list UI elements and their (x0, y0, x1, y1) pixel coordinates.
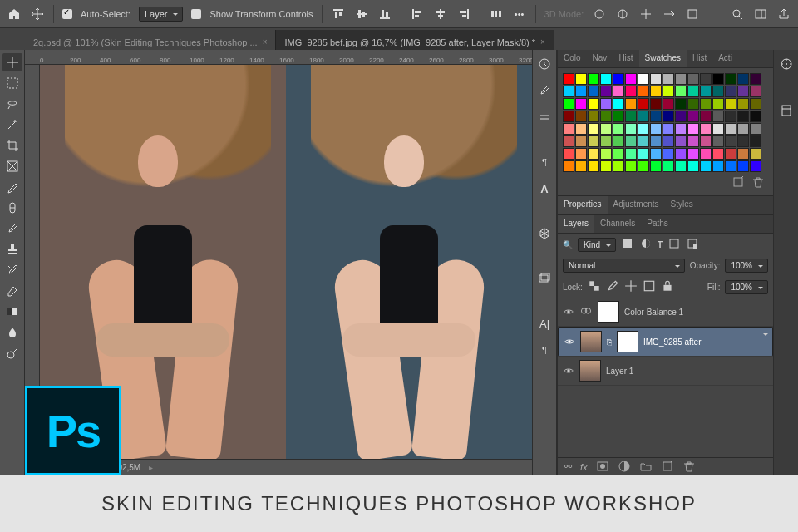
opacity-input[interactable]: 100% (725, 259, 768, 273)
tab-doc-1[interactable]: 2q.psd @ 101% (Skin Editing Techniques P… (25, 30, 276, 50)
swatch[interactable] (638, 148, 649, 160)
swatch[interactable] (737, 135, 749, 147)
swatch[interactable] (687, 111, 699, 122)
filter-shape-icon[interactable] (667, 237, 681, 252)
gradient-tool[interactable] (2, 303, 22, 321)
libraries-panel-icon[interactable] (776, 101, 796, 120)
swatch[interactable] (588, 135, 599, 147)
swatch[interactable] (638, 111, 649, 122)
swatch[interactable] (725, 135, 736, 147)
swatch[interactable] (675, 123, 687, 135)
filter-smart-icon[interactable] (686, 237, 699, 252)
swatch[interactable] (588, 111, 599, 122)
close-icon[interactable]: × (263, 37, 268, 47)
group-icon[interactable] (639, 460, 653, 475)
3d-scale-icon[interactable] (685, 7, 700, 22)
swatch[interactable] (750, 160, 761, 172)
history-brush-tool[interactable] (2, 261, 22, 279)
swatch[interactable] (625, 160, 637, 172)
brushes-panel-icon[interactable] (534, 108, 554, 126)
link-icon[interactable]: ⎘ (607, 337, 612, 347)
swatch[interactable] (675, 135, 687, 147)
lock-all-icon[interactable] (661, 279, 674, 294)
swatch[interactable] (737, 123, 749, 135)
swatch[interactable] (650, 73, 662, 85)
swatch[interactable] (613, 148, 624, 160)
swatch[interactable] (712, 98, 724, 110)
swatch[interactable] (650, 135, 662, 147)
visibility-toggle[interactable] (563, 365, 574, 377)
swatch[interactable] (625, 123, 637, 135)
learn-panel-icon[interactable] (776, 55, 796, 73)
align-right-icon[interactable] (456, 7, 471, 22)
lock-transparency-icon[interactable] (588, 279, 601, 294)
layer-name[interactable]: Layer 1 (606, 367, 768, 376)
swatch[interactable] (638, 160, 649, 172)
panel-tab[interactable]: Colo (558, 50, 587, 67)
distribute-icon[interactable] (489, 7, 504, 22)
align-hmid-icon[interactable] (433, 7, 448, 22)
swatch[interactable] (563, 98, 574, 110)
history-panel-icon[interactable] (534, 55, 554, 73)
swatch[interactable] (575, 111, 587, 122)
swatch[interactable] (750, 148, 761, 160)
character-panel-icon[interactable]: A (534, 180, 554, 198)
tab-doc-2[interactable]: IMG_9285 bef.jpg @ 16,7% (IMG_9285 after… (276, 30, 554, 50)
swatch[interactable] (750, 98, 761, 110)
swatch[interactable] (700, 73, 712, 85)
visibility-toggle[interactable] (564, 336, 575, 347)
swatch[interactable] (588, 148, 599, 160)
swatch[interactable] (700, 86, 712, 97)
swatch[interactable] (663, 160, 674, 172)
swatch[interactable] (613, 73, 624, 85)
eyedropper-tool[interactable] (2, 178, 22, 196)
swatch[interactable] (737, 148, 749, 160)
swatch[interactable] (737, 73, 749, 85)
swatch[interactable] (638, 86, 649, 97)
swatch[interactable] (575, 123, 587, 135)
auto-select-checkbox[interactable] (62, 9, 72, 19)
swatch[interactable] (638, 135, 649, 147)
magic-wand-tool[interactable] (2, 116, 22, 134)
blend-mode-dropdown[interactable]: Normal (563, 259, 685, 273)
swatch[interactable] (588, 98, 599, 110)
3d-orbit-icon[interactable] (592, 7, 607, 22)
swatch[interactable] (700, 98, 712, 110)
delete-layer-icon[interactable] (682, 460, 696, 475)
panel-tab[interactable]: Properties (558, 196, 608, 214)
swatch[interactable] (687, 148, 699, 160)
panel-tab[interactable]: Channels (594, 215, 641, 233)
swatch[interactable] (625, 111, 637, 122)
swatch[interactable] (750, 73, 761, 85)
swatch[interactable] (675, 86, 687, 97)
frame-tool[interactable] (2, 157, 22, 175)
swatch[interactable] (712, 73, 724, 85)
swatch[interactable] (737, 111, 749, 122)
fill-input[interactable]: 100% (725, 280, 768, 294)
delete-swatch-icon[interactable] (751, 175, 765, 190)
swatch[interactable] (725, 111, 736, 122)
stamp-tool[interactable] (2, 240, 22, 259)
swatch[interactable] (563, 86, 574, 97)
swatch[interactable] (712, 148, 724, 160)
panel-tab[interactable]: Nav (587, 50, 613, 67)
swatch[interactable] (650, 148, 662, 160)
filter-pixel-icon[interactable] (621, 237, 634, 252)
swatch[interactable] (687, 98, 699, 110)
swatch[interactable] (700, 160, 712, 172)
search-icon[interactable] (730, 7, 745, 22)
swatch[interactable] (725, 98, 736, 110)
swatch[interactable] (588, 123, 599, 135)
layer-thumbnail[interactable] (579, 360, 601, 382)
swatch[interactable] (712, 111, 724, 122)
swatch[interactable] (625, 73, 637, 85)
swatch[interactable] (675, 148, 687, 160)
swatch[interactable] (663, 86, 674, 97)
swatch[interactable] (600, 160, 612, 172)
swatch[interactable] (687, 86, 699, 97)
swatch[interactable] (663, 98, 674, 110)
swatch[interactable] (725, 160, 736, 172)
swatch[interactable] (650, 111, 662, 122)
swatch[interactable] (600, 86, 612, 97)
swatch[interactable] (700, 111, 712, 122)
